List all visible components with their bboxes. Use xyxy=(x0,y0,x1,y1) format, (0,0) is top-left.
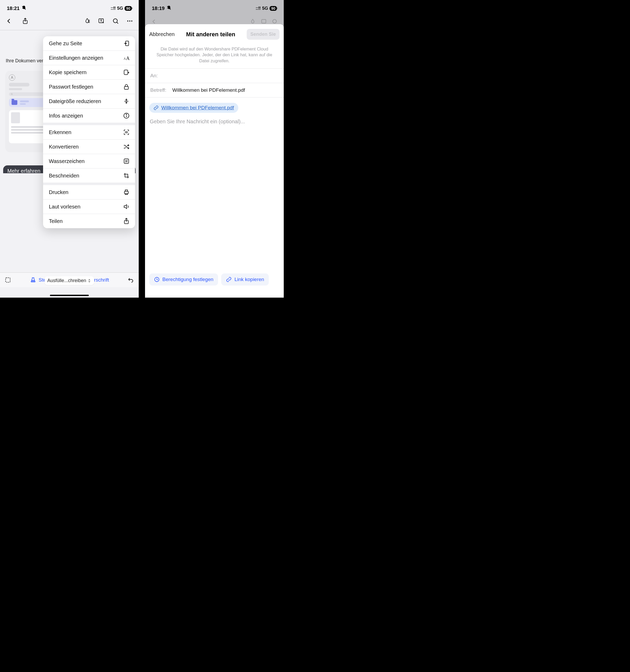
scan-icon xyxy=(123,129,130,136)
folder-icon xyxy=(11,100,17,105)
svg-point-10 xyxy=(131,21,132,22)
info-text: Die Datei wird auf den Wondershare PDFel… xyxy=(145,44,284,68)
share-button[interactable] xyxy=(21,17,29,25)
link-icon xyxy=(153,105,159,111)
svg-text:A: A xyxy=(126,56,130,61)
status-time: 18:21 xyxy=(7,5,20,11)
mute-icon xyxy=(21,5,27,12)
svg-point-23 xyxy=(126,114,127,115)
message-input[interactable]: Geben Sie Ihre Nachricht ein (optional).… xyxy=(145,117,284,127)
battery-pill: 90 xyxy=(125,6,132,11)
back-button[interactable] xyxy=(5,17,13,25)
compress-icon xyxy=(123,98,130,105)
network-label: 5G xyxy=(262,6,268,11)
crop-icon xyxy=(123,172,130,179)
menu-share[interactable]: Teilen xyxy=(43,214,135,228)
goto-icon xyxy=(123,40,130,47)
svg-point-34 xyxy=(273,20,276,23)
print-icon xyxy=(123,189,130,196)
ink-tool-button[interactable] xyxy=(83,17,92,25)
watermark-icon xyxy=(123,158,130,165)
savecopy-icon xyxy=(123,69,130,76)
network-label: 5G xyxy=(117,6,123,11)
to-field[interactable]: An: xyxy=(145,68,284,83)
share-sheet: Abbrechen Mit anderen teilen Senden Sie … xyxy=(145,24,284,297)
menu-goto-page[interactable]: Gehe zu Seite xyxy=(43,36,135,51)
permission-button[interactable]: Berechtigung festlegen xyxy=(149,273,218,286)
menu-crop[interactable]: Beschneiden xyxy=(43,169,135,183)
menu-recognize[interactable]: Erkennen xyxy=(43,125,135,140)
battery-pill: 90 xyxy=(270,6,277,11)
sheet-footer: Berechtigung festlegen Link kopieren xyxy=(145,270,284,297)
svg-rect-33 xyxy=(262,20,266,23)
menu-watermark[interactable]: Wasserzeichen xyxy=(43,154,135,169)
svg-line-7 xyxy=(117,22,118,24)
text-edit-button[interactable] xyxy=(97,17,106,25)
search-button[interactable] xyxy=(111,17,120,25)
svg-rect-19 xyxy=(124,70,128,74)
status-bar: 18:21 ::!! 5G 90 xyxy=(0,0,139,15)
menu-show-info[interactable]: Infos anzeigen xyxy=(43,109,135,123)
phone-right: 18:19 ::!! 5G 90 Abbrechen Mit anderen t… xyxy=(145,0,284,297)
mute-icon xyxy=(166,5,172,12)
menu-reduce-filesize[interactable]: Dateigröße reduzieren xyxy=(43,94,135,109)
svg-line-29 xyxy=(127,162,127,162)
menu-save-copy[interactable]: Kopie speichern xyxy=(43,65,135,80)
menu-set-password[interactable]: Passwort festlegen xyxy=(43,80,135,94)
more-menu-popup: Gehe zu Seite Einstellungen anzeigen AA … xyxy=(43,36,135,228)
svg-text:A: A xyxy=(124,57,126,61)
textsize-icon: AA xyxy=(123,54,130,61)
clock-icon xyxy=(154,277,160,282)
mode-selector[interactable]: Ausfülle...chreiben xyxy=(45,276,94,285)
menu-print[interactable]: Drucken xyxy=(43,185,135,199)
svg-rect-30 xyxy=(124,191,128,194)
avatar-icon xyxy=(9,74,15,81)
menu-convert[interactable]: Konvertieren xyxy=(43,140,135,154)
sheet-title: Mit anderen teilen xyxy=(177,31,244,38)
status-bar: 18:19 ::!! 5G 90 xyxy=(145,0,284,15)
svg-point-9 xyxy=(129,21,130,22)
subject-field[interactable]: Betreff: Willkommen bei PDFelement.pdf xyxy=(145,83,284,98)
cancel-button[interactable]: Abbrechen xyxy=(149,31,175,37)
top-toolbar xyxy=(0,15,139,30)
send-button[interactable]: Senden Sie xyxy=(247,29,280,40)
svg-point-8 xyxy=(127,21,128,22)
svg-line-13 xyxy=(12,95,12,95)
undo-button[interactable] xyxy=(127,276,135,284)
home-indicator xyxy=(50,295,89,296)
more-button[interactable] xyxy=(126,17,134,25)
svg-rect-14 xyxy=(5,278,10,282)
svg-point-11 xyxy=(11,76,13,78)
phone-left: 18:21 ::!! 5G 90 xyxy=(0,0,139,297)
signal-icon: ::!! xyxy=(110,6,116,11)
svg-line-28 xyxy=(125,160,126,161)
chevron-updown-icon xyxy=(87,279,92,283)
shuffle-icon xyxy=(123,143,130,150)
file-link-chip[interactable]: Willkommen bei PDFelement.pdf xyxy=(149,103,238,113)
copy-link-button[interactable]: Link kopieren xyxy=(221,273,269,286)
status-time: 18:19 xyxy=(152,5,165,11)
info-icon xyxy=(123,112,130,119)
svg-rect-20 xyxy=(124,87,128,89)
sheet-header: Abbrechen Mit anderen teilen Senden Sie xyxy=(145,24,284,44)
lock-icon xyxy=(123,83,130,90)
share-icon xyxy=(123,218,130,224)
menu-read-aloud[interactable]: Laut vorlesen xyxy=(43,199,135,214)
select-tool-button[interactable] xyxy=(4,276,12,284)
signal-icon: ::!! xyxy=(256,6,261,11)
svg-rect-15 xyxy=(31,281,35,282)
svg-point-6 xyxy=(113,19,117,23)
menu-view-settings[interactable]: Einstellungen anzeigen AA xyxy=(43,51,135,65)
link-icon xyxy=(226,277,232,282)
speaker-icon xyxy=(123,203,130,210)
